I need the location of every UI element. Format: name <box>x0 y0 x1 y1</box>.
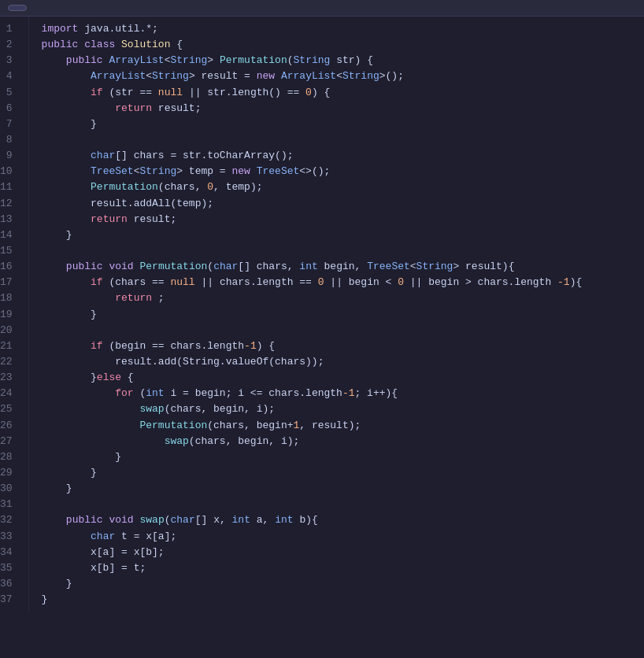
code-line <box>42 497 644 512</box>
line-number: 2 <box>0 37 19 53</box>
line-numbers: 1234567891011121314151617181920212223242… <box>0 17 29 612</box>
line-number: 30 <box>0 481 19 497</box>
line-number: 28 <box>0 449 19 465</box>
code-line: if (chars == null || chars.length == 0 |… <box>42 275 644 290</box>
code-line: public ArrayList<String> Permutation(Str… <box>42 53 644 68</box>
line-number: 36 <box>0 576 19 592</box>
line-number: 3 <box>0 53 19 68</box>
code-line: if (str == null || str.length() == 0) { <box>42 85 644 101</box>
line-number: 35 <box>0 560 19 576</box>
code-line <box>42 323 644 338</box>
line-number: 26 <box>0 418 19 434</box>
code-line: char t = x[a]; <box>42 529 644 545</box>
line-number: 9 <box>0 148 19 164</box>
code-line: } <box>42 465 644 481</box>
line-number: 24 <box>0 386 19 401</box>
line-number: 20 <box>0 323 19 338</box>
code-line: char[] chars = str.toCharArray(); <box>42 148 644 164</box>
line-number: 23 <box>0 370 19 386</box>
code-line: }else { <box>42 370 644 386</box>
code-line: for (int i = begin; i <= chars.length-1;… <box>42 386 644 401</box>
code-line: public void Permutation(char[] chars, in… <box>42 259 644 275</box>
code-line: swap(chars, begin, i); <box>42 401 644 417</box>
code-line: } <box>42 449 644 465</box>
code-line <box>42 132 644 148</box>
line-number: 10 <box>0 164 19 179</box>
code-line: Permutation(chars, 0, temp); <box>42 179 644 195</box>
refresh-button[interactable] <box>33 6 43 9</box>
line-number: 27 <box>0 434 19 449</box>
line-number: 1 <box>0 21 19 37</box>
code-line: result.addAll(temp); <box>42 196 644 212</box>
code-line: return result; <box>42 212 644 227</box>
language-selector[interactable] <box>8 5 27 11</box>
code-line: } <box>42 592 644 608</box>
code-content[interactable]: import java.util.*;public class Solution… <box>29 17 644 612</box>
line-number: 31 <box>0 497 19 512</box>
line-number: 5 <box>0 85 19 101</box>
code-line: } <box>42 307 644 323</box>
code-line: } <box>42 576 644 592</box>
line-number: 25 <box>0 401 19 417</box>
toolbar <box>0 0 644 17</box>
line-number: 14 <box>0 227 19 243</box>
code-line: public class Solution { <box>42 37 644 53</box>
line-number: 17 <box>0 275 19 290</box>
line-number: 29 <box>0 465 19 481</box>
code-line: swap(chars, begin, i); <box>42 434 644 449</box>
line-number: 19 <box>0 307 19 323</box>
code-line: } <box>42 116 644 132</box>
code-line: return result; <box>42 101 644 116</box>
code-line: if (begin == chars.length-1) { <box>42 338 644 354</box>
code-line: } <box>42 481 644 497</box>
line-number: 8 <box>0 132 19 148</box>
code-line: Permutation(chars, begin+1, result); <box>42 418 644 434</box>
code-line: public void swap(char[] x, int a, int b)… <box>42 512 644 528</box>
code-line: import java.util.*; <box>42 21 644 37</box>
line-number: 13 <box>0 212 19 227</box>
line-number: 33 <box>0 529 19 545</box>
line-number: 15 <box>0 243 19 259</box>
line-number: 18 <box>0 290 19 306</box>
code-line: ArrayList<String> result = new ArrayList… <box>42 68 644 84</box>
code-line: x[b] = t; <box>42 560 644 576</box>
code-line: x[a] = x[b]; <box>42 545 644 560</box>
line-number: 34 <box>0 545 19 560</box>
line-number: 12 <box>0 196 19 212</box>
line-number: 21 <box>0 338 19 354</box>
code-line: return ; <box>42 290 644 306</box>
code-line: } <box>42 227 644 243</box>
code-line: TreeSet<String> temp = new TreeSet<>(); <box>42 164 644 179</box>
code-line <box>42 243 644 259</box>
code-editor: 1234567891011121314151617181920212223242… <box>0 17 644 612</box>
line-number: 16 <box>0 259 19 275</box>
code-line: result.add(String.valueOf(chars)); <box>42 354 644 370</box>
line-number: 7 <box>0 116 19 132</box>
line-number: 6 <box>0 101 19 116</box>
line-number: 11 <box>0 179 19 195</box>
line-number: 32 <box>0 512 19 528</box>
line-number: 37 <box>0 592 19 608</box>
line-number: 4 <box>0 68 19 84</box>
line-number: 22 <box>0 354 19 370</box>
